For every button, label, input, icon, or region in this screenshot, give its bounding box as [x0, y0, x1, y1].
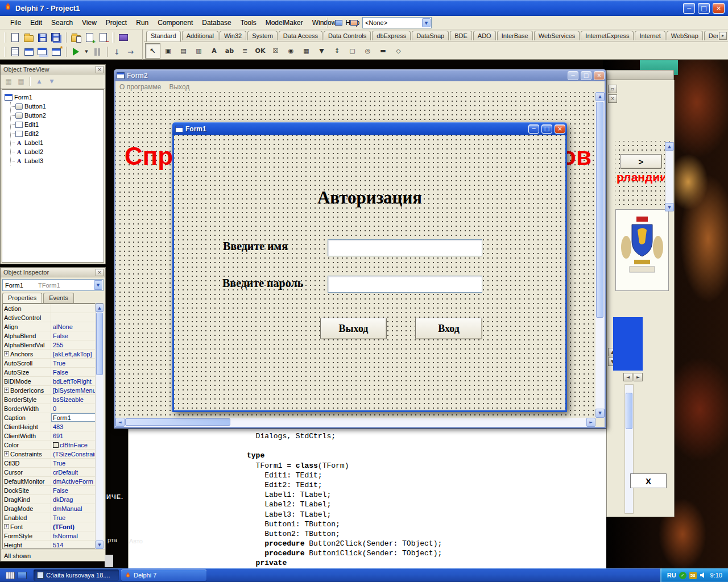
property-row-caption[interactable]: CaptionForm1 — [3, 413, 103, 422]
checkbox-icon[interactable]: ☒ — [268, 43, 283, 59]
object-treeview-caption[interactable]: Object TreeView × — [1, 65, 105, 74]
help-icon[interactable] — [117, 31, 130, 44]
toolbar-grip[interactable] — [65, 32, 67, 43]
listbox-icon[interactable]: ▦ — [299, 43, 314, 59]
menu-item-file[interactable]: File — [6, 17, 26, 28]
login-button[interactable]: Вход — [415, 318, 482, 339]
tree-item-button2[interactable]: Button2 — [11, 111, 104, 120]
groupbox-icon[interactable]: ▢ — [345, 43, 360, 59]
menu-item-project[interactable]: Project — [101, 17, 131, 28]
property-row-anchors[interactable]: +Anchors[akLeft,akTop] — [3, 350, 103, 359]
pause-button[interactable] — [90, 45, 104, 58]
memo-icon[interactable]: ≡ — [237, 43, 253, 59]
menu-item-edit[interactable]: Edit — [26, 17, 47, 28]
scroll-down-icon[interactable]: ▼ — [96, 541, 104, 549]
background-scroll-left-icon[interactable]: ◄ — [623, 373, 632, 381]
background-restore-icon[interactable]: ▫ — [608, 85, 617, 93]
chevron-down-icon[interactable]: ▼ — [94, 280, 102, 290]
background-scroll-right-icon[interactable]: ► — [634, 373, 643, 381]
property-row-alphablend[interactable]: AlphaBlendFalse — [3, 331, 103, 340]
maximize-button[interactable]: □ — [698, 3, 710, 14]
background-mini-scrollbar[interactable]: ▲ ▼ — [665, 142, 674, 211]
open-icon[interactable] — [22, 31, 35, 44]
property-row-autoscroll[interactable]: AutoScrollTrue — [3, 359, 103, 368]
palette-tab-system[interactable]: System — [247, 31, 278, 40]
step-over-icon[interactable]: → — [124, 45, 137, 58]
add-file-to-project-icon[interactable] — [83, 31, 96, 44]
menu-item-database[interactable]: Database — [197, 17, 235, 28]
close-icon[interactable]: × — [96, 66, 104, 73]
form1-maximize-button[interactable]: □ — [541, 124, 552, 134]
run-button[interactable] — [69, 45, 82, 58]
new-item-icon[interactable]: ▦ — [3, 76, 14, 87]
property-row-borderwidth[interactable]: BorderWidth0 — [3, 404, 103, 413]
form2-minimize-button[interactable]: ─ — [568, 71, 578, 80]
tab-events[interactable]: Events — [43, 293, 74, 303]
cursor-icon[interactable]: ↖ — [145, 43, 160, 59]
toolbar-grip[interactable] — [4, 32, 6, 43]
menu-item-run[interactable]: Run — [131, 17, 153, 28]
menu-item-component[interactable]: Component — [153, 17, 197, 28]
next-button[interactable]: > — [620, 154, 662, 169]
object-inspector-caption[interactable]: Object Inspector × — [1, 268, 105, 277]
toolbar-grip[interactable] — [4, 47, 6, 57]
property-row-action[interactable]: Action — [3, 304, 103, 313]
expand-icon[interactable]: + — [4, 351, 9, 356]
toggle-form-unit-icon[interactable] — [36, 45, 49, 58]
property-row-color[interactable]: ColorclBtnFace — [3, 440, 103, 450]
toolbar-grip[interactable] — [65, 47, 67, 57]
run-dropdown-icon[interactable]: ▼ — [83, 45, 90, 58]
save-icon[interactable] — [36, 31, 49, 44]
open-project-icon[interactable] — [69, 31, 82, 44]
palette-tab-ado[interactable]: ADO — [473, 31, 496, 40]
property-row-alphablendval[interactable]: AlphaBlendVal255 — [3, 340, 103, 350]
form1-titlebar[interactable]: Form1 ─ □ × — [172, 122, 567, 135]
property-row-bidimode[interactable]: BiDiModebdLeftToRight — [3, 377, 103, 386]
label-icon[interactable]: A — [206, 43, 222, 59]
remove-file-from-project-icon[interactable] — [97, 31, 110, 44]
form2-titlebar[interactable]: Form2 ─ □ × — [114, 69, 606, 81]
action-list-icon[interactable]: ◇ — [391, 43, 406, 59]
combobox-icon[interactable]: ▼ — [314, 43, 329, 59]
palette-tab-datasnap[interactable]: DataSnap — [412, 31, 449, 40]
scrollbar-icon[interactable]: ↕ — [329, 43, 345, 59]
expand-icon[interactable]: + — [4, 388, 9, 393]
close-icon[interactable]: × — [96, 269, 104, 276]
palette-tab-interbase[interactable]: InterBase — [497, 31, 533, 40]
palette-tab-additional[interactable]: Additional — [182, 31, 218, 40]
scroll-up-icon[interactable]: ▲ — [595, 92, 605, 101]
expand-icon[interactable]: + — [4, 451, 9, 456]
radio-button-icon[interactable]: ◉ — [283, 43, 299, 59]
popup-menu-icon[interactable]: ▥ — [191, 43, 206, 59]
form2-horizontal-scrollbar[interactable]: ◄ ► — [115, 418, 595, 427]
palette-tab-websnap[interactable]: WebSnap — [667, 31, 703, 40]
view-form-icon[interactable] — [22, 45, 35, 58]
scroll-right-icon[interactable]: ► — [586, 418, 595, 427]
scrollbar-thumb[interactable] — [96, 313, 103, 375]
form1-close-button[interactable]: × — [555, 124, 565, 134]
new-form-icon[interactable] — [49, 45, 63, 58]
object-selector-combo[interactable]: Form1 TForm1 ▼ — [2, 279, 104, 291]
tree-item-label1[interactable]: ALabel1 — [11, 138, 104, 147]
toolbar-grip[interactable] — [106, 47, 108, 57]
form2-menu-item-выход[interactable]: Выход — [165, 82, 193, 92]
property-row-constraints[interactable]: +Constraints(TSizeConstraint — [3, 450, 103, 459]
tab-properties[interactable]: Properties — [2, 293, 42, 303]
property-row-ctl3d[interactable]: Ctl3DTrue — [3, 459, 103, 468]
form1-design-surface[interactable]: Авторизация Введите имя Введите пароль В… — [174, 135, 565, 410]
set-debug-desktop-icon[interactable] — [347, 17, 361, 28]
expand-icon[interactable]: + — [4, 524, 9, 529]
close-x-button[interactable]: X — [630, 473, 667, 488]
minimize-button[interactable]: ─ — [683, 3, 695, 14]
code-editor-window[interactable]: Dialogs, StdCtrls; type TForm1 = class(T… — [128, 429, 606, 568]
property-row-autosize[interactable]: AutoSizeFalse — [3, 368, 103, 377]
delete-item-icon[interactable]: ▦ — [15, 76, 27, 87]
tree-item-label3[interactable]: ALabel3 — [11, 156, 104, 165]
desktop-selector-combo[interactable]: <None> ▼ — [362, 17, 432, 28]
scroll-up-icon[interactable]: ▲ — [665, 142, 674, 151]
taskbar-task-1[interactable]: C:\aita kursovaya 18.... — [34, 569, 119, 581]
property-row-borderstyle[interactable]: BorderStylebsSizeable — [3, 395, 103, 404]
form2-maximize-button[interactable]: □ — [581, 71, 592, 80]
palette-tab-standard[interactable]: Standard — [146, 31, 181, 41]
save-desktop-icon[interactable] — [332, 17, 345, 28]
